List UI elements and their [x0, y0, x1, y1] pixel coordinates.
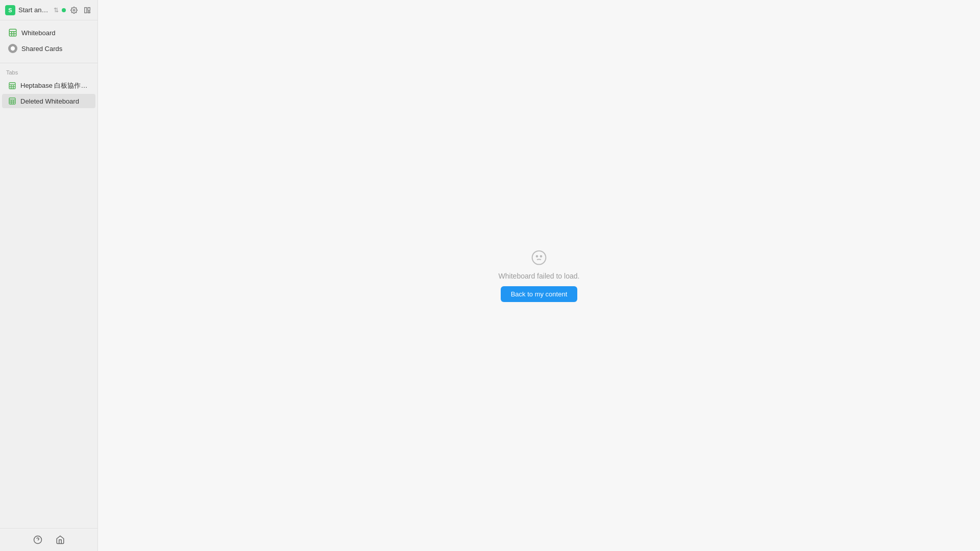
sidebar-divider: [0, 63, 97, 63]
sidebar-nav: Whiteboard Shared Cards: [0, 20, 97, 61]
workspace-name: Start and...: [18, 6, 51, 14]
tab-heptabase-label: Heptabase 白板協作(collaboration): [20, 81, 89, 90]
app-icon: S: [5, 5, 15, 15]
tab-heptabase-whiteboard[interactable]: Heptabase 白板協作(collaboration): [2, 78, 95, 93]
svg-rect-15: [9, 98, 15, 104]
svg-point-24: [541, 256, 542, 257]
tab-deleted-label: Deleted Whiteboard: [20, 97, 79, 105]
help-icon-button[interactable]: [31, 533, 45, 547]
sidebar: S Start and... ⇅: [0, 0, 98, 551]
tab-heptabase-icon: [8, 82, 16, 90]
svg-rect-1: [85, 7, 87, 13]
sidebar-item-shared-cards[interactable]: Shared Cards: [2, 41, 95, 56]
sidebar-header: S Start and... ⇅: [0, 0, 97, 20]
svg-point-0: [73, 9, 75, 11]
shared-cards-nav-icon: [8, 44, 17, 53]
status-dot: [62, 8, 66, 12]
whiteboard-nav-icon: [8, 28, 17, 37]
error-message: Whiteboard failed to load.: [499, 272, 580, 280]
shared-cards-nav-label: Shared Cards: [21, 45, 62, 53]
svg-rect-3: [88, 11, 90, 12]
svg-point-22: [532, 251, 546, 264]
back-to-content-button[interactable]: Back to my content: [501, 286, 578, 302]
tabs-section: Tabs Heptabase 白板協作(collaboration): [0, 65, 97, 109]
svg-rect-2: [88, 7, 90, 10]
svg-point-23: [536, 256, 538, 257]
settings-icon[interactable]: [69, 5, 79, 15]
svg-rect-10: [9, 83, 15, 89]
sidebar-item-whiteboard[interactable]: Whiteboard: [2, 25, 95, 40]
whiteboard-nav-label: Whiteboard: [21, 29, 55, 37]
tabs-section-label: Tabs: [0, 65, 97, 78]
svg-rect-4: [9, 29, 16, 36]
svg-point-9: [11, 46, 15, 51]
main-content: Whiteboard failed to load. Back to my co…: [98, 0, 980, 551]
error-icon: [531, 249, 547, 266]
sidebar-footer: [0, 528, 97, 551]
store-icon-button[interactable]: [53, 533, 67, 547]
tab-deleted-whiteboard[interactable]: Deleted Whiteboard: [2, 94, 95, 108]
chevron-updown-icon[interactable]: ⇅: [54, 7, 59, 14]
tab-deleted-icon: [8, 97, 16, 105]
error-container: Whiteboard failed to load. Back to my co…: [499, 249, 580, 302]
layout-icon[interactable]: [82, 5, 92, 15]
